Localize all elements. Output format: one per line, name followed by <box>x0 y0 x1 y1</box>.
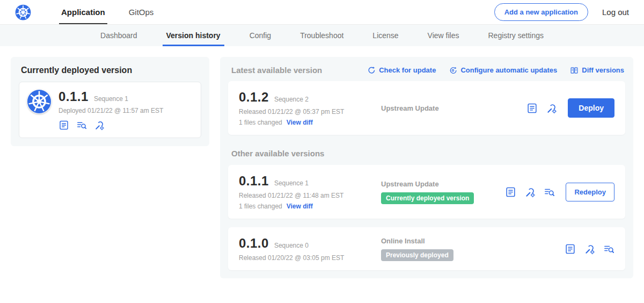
release-notes-icon[interactable] <box>505 186 516 198</box>
deployed-panel-title: Currently deployed version <box>21 66 201 75</box>
subnav-troubleshoot[interactable]: Troubleshoot <box>286 25 358 46</box>
version-number: 0.1.0 <box>239 236 269 251</box>
configure-automatic-updates-link[interactable]: Configure automatic updates <box>449 66 557 75</box>
previously-deployed-badge: Previously deployed <box>381 249 453 261</box>
subnav: Dashboard Version history Config Trouble… <box>0 25 644 46</box>
config-icon[interactable] <box>584 243 595 255</box>
release-notes-icon[interactable] <box>58 120 69 131</box>
top-header: Application GitOps Add a new application… <box>0 0 644 25</box>
add-application-button[interactable]: Add a new application <box>494 3 588 21</box>
preflight-checks-icon[interactable] <box>603 243 614 255</box>
tab-application[interactable]: Application <box>49 0 117 24</box>
check-for-update-label: Check for update <box>379 66 436 74</box>
view-diff-link[interactable]: View diff <box>287 203 313 210</box>
diff-icon <box>570 66 579 75</box>
currently-deployed-badge: Currently deployed version <box>381 192 474 204</box>
version-card-latest: 0.1.2 Sequence 2 Released 01/21/22 @ 05:… <box>228 81 625 135</box>
files-changed-label: 1 files changed <box>239 119 282 126</box>
release-notes-icon[interactable] <box>526 103 538 114</box>
app-logo-icon <box>27 89 52 114</box>
preflight-checks-icon[interactable] <box>544 186 555 198</box>
kubernetes-logo-icon <box>15 4 31 20</box>
files-changed-label: 1 files changed <box>239 203 282 210</box>
subnav-view-files[interactable]: View files <box>413 25 474 46</box>
config-icon[interactable] <box>94 120 105 131</box>
auto-update-icon <box>449 66 457 75</box>
version-number: 0.1.2 <box>239 90 269 105</box>
deployed-date: Deployed 01/21/22 @ 11:57 am EST <box>58 107 163 114</box>
subnav-config[interactable]: Config <box>235 25 286 46</box>
header-right: Add a new application Log out <box>494 3 629 21</box>
logout-link[interactable]: Log out <box>602 8 629 17</box>
main-tabs: Application GitOps <box>49 0 165 24</box>
check-for-update-link[interactable]: Check for update <box>367 66 436 75</box>
config-icon[interactable] <box>524 186 536 198</box>
version-number: 0.1.1 <box>239 174 269 189</box>
version-source: Upstream Update <box>381 104 526 112</box>
subnav-version-history[interactable]: Version history <box>152 25 235 46</box>
sequence-label: Sequence 1 <box>274 179 309 187</box>
deployed-panel: Currently deployed version 0.1.1 Sequenc… <box>11 57 209 146</box>
version-source: Upstream Update <box>381 180 505 188</box>
available-panel: Latest available version Check for updat… <box>220 57 633 278</box>
released-date: Released 01/20/22 @ 03:05 pm EST <box>239 254 381 262</box>
released-date: Released 01/21/22 @ 11:48 am EST <box>239 192 381 199</box>
deployed-version-card: 0.1.1 Sequence 1 Deployed 01/21/22 @ 11:… <box>19 82 201 138</box>
diff-versions-link[interactable]: Diff versions <box>570 66 624 75</box>
deployed-sequence-label: Sequence 1 <box>94 95 128 103</box>
released-date: Released 01/21/22 @ 05:37 pm EST <box>239 108 381 116</box>
diff-versions-label: Diff versions <box>582 66 624 74</box>
view-diff-link[interactable]: View diff <box>287 119 313 126</box>
available-panel-title: Latest available version <box>231 66 322 75</box>
preflight-checks-icon[interactable] <box>76 120 87 131</box>
version-source: Online Install <box>381 237 565 245</box>
release-notes-icon[interactable] <box>565 243 576 255</box>
configure-automatic-updates-label: Configure automatic updates <box>460 66 557 74</box>
version-card: 0.1.1 Sequence 1 Released 01/21/22 @ 11:… <box>228 165 625 219</box>
sequence-label: Sequence 2 <box>274 96 309 103</box>
redeploy-button[interactable]: Redeploy <box>566 183 614 201</box>
version-card: 0.1.0 Sequence 0 Released 01/20/22 @ 03:… <box>228 227 625 270</box>
panel-actions: Check for update Configure automatic upd… <box>367 66 624 75</box>
other-versions-title: Other available versions <box>231 149 625 158</box>
deployed-version-number: 0.1.1 <box>58 89 89 104</box>
subnav-license[interactable]: License <box>358 25 413 46</box>
subnav-dashboard[interactable]: Dashboard <box>86 25 152 46</box>
tab-gitops[interactable]: GitOps <box>117 0 166 24</box>
refresh-icon <box>367 66 376 75</box>
config-icon[interactable] <box>546 103 557 114</box>
subnav-registry-settings[interactable]: Registry settings <box>474 25 558 46</box>
main-content: Currently deployed version 0.1.1 Sequenc… <box>0 46 644 289</box>
sequence-label: Sequence 0 <box>274 242 309 249</box>
deploy-button[interactable]: Deploy <box>568 98 614 118</box>
